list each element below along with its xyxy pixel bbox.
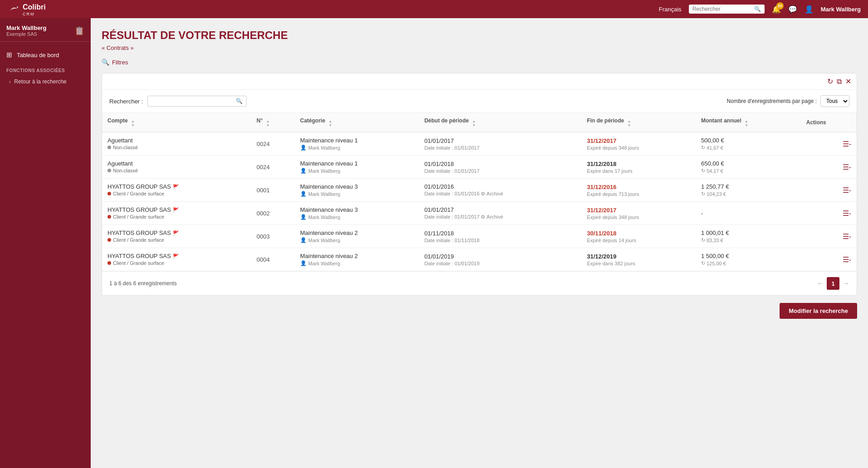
notifications[interactable]: 🔔 20 — [772, 5, 781, 14]
cell-debut-4: 01/11/2018 Date initiale : 01/11/2018 — [419, 225, 582, 248]
prev-page-arrow[interactable]: ← — [817, 279, 824, 288]
cell-num-4: 0003 — [251, 225, 295, 248]
cell-montant-4: 1 000,01 € ↻ 83,33 € — [696, 225, 801, 248]
cell-num-1: 0024 — [251, 156, 295, 179]
filters-bar[interactable]: 🔍 Filtres — [102, 58, 857, 66]
modify-search-button[interactable]: Modifier la recherche — [780, 303, 857, 319]
cell-montant-2: 1 250,77 € ↻ 104,23 € — [696, 179, 801, 202]
row-action-button-0[interactable]: ☰- — [843, 140, 851, 148]
sidebar-item-dashboard[interactable]: ⊞ Tableau de bord — [0, 46, 91, 63]
cell-cat-4: Maintenance niveau 2 👤 Mark Wallberg — [295, 225, 419, 248]
breadcrumb[interactable]: « Contrats » — [102, 44, 857, 51]
col-num[interactable]: N° ▲▼ — [251, 113, 295, 132]
sidebar: Mark Wallberg Exemple SAS 📋 ⊞ Tableau de… — [0, 18, 91, 468]
sidebar-back-label: Retour à la recherche — [14, 78, 66, 85]
search-row-left: Rechercher : 🔍 — [109, 96, 247, 107]
chat-icon[interactable]: 💬 — [788, 5, 797, 14]
table-row: HYATTOS GROUP SAS 🚩 Client / Grande surf… — [102, 225, 857, 248]
cell-account-1: Aguettant Non-classé — [102, 156, 251, 179]
row-action-button-3[interactable]: ☰- — [843, 210, 851, 217]
table-search-input[interactable] — [151, 98, 233, 104]
table-row: HYATTOS GROUP SAS 🚩 Client / Grande surf… — [102, 202, 857, 225]
records-per-page-select[interactable]: Tous — [820, 95, 849, 107]
cell-cat-3: Maintenance niveau 3 👤 Mark Wallberg — [295, 202, 419, 225]
cell-montant-3: - — [696, 202, 801, 225]
main-content: RÉSULTAT DE VOTRE RECHERCHE « Contrats »… — [91, 18, 868, 468]
cell-fin-2: 31/12/2016 Expiré depuis 713 jours — [581, 179, 696, 202]
cell-cat-2: Maintenance niveau 3 👤 Mark Wallberg — [295, 179, 419, 202]
col-fin[interactable]: Fin de période ▲▼ — [581, 113, 696, 132]
notification-count: 20 — [776, 2, 784, 10]
col-montant[interactable]: Montant annuel ▲▼ — [696, 113, 801, 132]
filter-icon: 🔍 — [102, 58, 109, 66]
cell-debut-5: 01/01/2019 Date initiale : 01/01/2019 — [419, 248, 582, 271]
row-action-button-1[interactable]: ☰- — [843, 163, 851, 171]
nav-left: Colibri CRM — [7, 2, 46, 16]
arrow-left-icon: ‹ — [9, 79, 10, 84]
cell-num-3: 0002 — [251, 202, 295, 225]
search-row-right: Nombre d'enregistrements par page : Tous — [727, 95, 849, 107]
sidebar-menu: ⊞ Tableau de bord FONCTIONS ASSOCIÉES ‹ … — [0, 42, 91, 93]
export-icon[interactable]: ⧉ — [837, 78, 842, 86]
records-per-page-label: Nombre d'enregistrements par page : — [727, 98, 817, 104]
cell-montant-5: 1 500,00 € ↻ 125,00 € — [696, 248, 801, 271]
cell-actions-2: ☰- — [801, 179, 857, 202]
sidebar-user-name: Mark Wallberg — [6, 24, 46, 31]
modify-button-wrap: Modifier la recherche — [102, 303, 857, 319]
logo[interactable]: Colibri CRM — [7, 2, 46, 16]
next-page-arrow[interactable]: → — [842, 279, 849, 288]
cell-account-5: HYATTOS GROUP SAS 🚩 Client / Grande surf… — [102, 248, 251, 271]
table-search-row: Rechercher : 🔍 Nombre d'enregistrements … — [102, 90, 857, 113]
pagination-info: 1 à 6 des 6 enregistrements — [109, 280, 177, 287]
sidebar-company: Exemple SAS — [6, 31, 46, 37]
results-table-card: ↻ ⧉ ✕ Rechercher : 🔍 Nombre d'enregistre… — [102, 73, 857, 296]
row-action-button-2[interactable]: ☰- — [843, 186, 851, 194]
table-search-icon: 🔍 — [236, 98, 243, 104]
global-search-input[interactable] — [692, 6, 751, 12]
cell-num-0: 0024 — [251, 132, 295, 156]
sidebar-user-area: Mark Wallberg Exemple SAS 📋 — [0, 18, 91, 42]
cell-account-2: HYATTOS GROUP SAS 🚩 Client / Grande surf… — [102, 179, 251, 202]
cell-account-0: Aguettant Non-classé — [102, 132, 251, 156]
cell-debut-3: 01/01/2017 Date initiale : 01/01/2017 ⚙ … — [419, 202, 582, 225]
sidebar-item-back-search[interactable]: ‹ Retour à la recherche — [0, 75, 91, 88]
global-search[interactable]: 🔍 — [689, 5, 765, 14]
cell-cat-1: Maintenance niveau 1 👤 Mark Wallberg — [295, 156, 419, 179]
table-row: HYATTOS GROUP SAS 🚩 Client / Grande surf… — [102, 179, 857, 202]
language-selector[interactable]: Français — [659, 6, 682, 13]
table-toolbar: ↻ ⧉ ✕ — [102, 73, 857, 90]
refresh-icon[interactable]: ↻ — [827, 77, 833, 86]
logo-crm: CRM — [23, 12, 46, 16]
cell-actions-0: ☰- — [801, 132, 857, 156]
cell-actions-1: ☰- — [801, 156, 857, 179]
top-nav: Colibri CRM Français 🔍 🔔 20 💬 👤 Mark Wal… — [0, 0, 868, 18]
cell-actions-5: ☰- — [801, 248, 857, 271]
cell-num-5: 0004 — [251, 248, 295, 271]
row-action-button-4[interactable]: ☰- — [843, 233, 851, 240]
col-categorie[interactable]: Catégorie ▲▼ — [295, 113, 419, 132]
cell-fin-5: 31/12/2019 Expire dans 382 jours — [581, 248, 696, 271]
row-action-button-5[interactable]: ☰- — [843, 256, 851, 263]
search-icon: 🔍 — [754, 6, 761, 12]
cell-account-3: HYATTOS GROUP SAS 🚩 Client / Grande surf… — [102, 202, 251, 225]
pagination-controls: ← 1 → — [817, 277, 849, 290]
pagination-row: 1 à 6 des 6 enregistrements ← 1 → — [102, 271, 857, 295]
table-search-wrap[interactable]: 🔍 — [147, 96, 247, 107]
results-table: Compte ▲▼ N° ▲▼ Catégorie ▲▼ Début de pé… — [102, 113, 857, 271]
sidebar-section-title: FONCTIONS ASSOCIÉES — [0, 63, 91, 75]
cell-debut-1: 01/01/2018 Date initiale : 01/01/2017 — [419, 156, 582, 179]
user-name[interactable]: Mark Wallberg — [821, 6, 861, 13]
col-debut[interactable]: Début de période ▲▼ — [419, 113, 582, 132]
user-settings-icon[interactable]: 👤 — [805, 5, 814, 14]
cell-actions-3: ☰- — [801, 202, 857, 225]
cell-cat-5: Maintenance niveau 2 👤 Mark Wallberg — [295, 248, 419, 271]
search-label: Rechercher : — [109, 98, 143, 105]
col-compte[interactable]: Compte ▲▼ — [102, 113, 251, 132]
cell-montant-0: 500,00 € ↻ 41,67 € — [696, 132, 801, 156]
page-title: RÉSULTAT DE VOTRE RECHERCHE — [102, 29, 857, 42]
user-profile-icon[interactable]: 📋 — [74, 26, 84, 36]
close-icon[interactable]: ✕ — [845, 77, 851, 86]
sidebar-dashboard-label: Tableau de bord — [17, 52, 59, 58]
cell-actions-4: ☰- — [801, 225, 857, 248]
current-page[interactable]: 1 — [827, 277, 839, 290]
